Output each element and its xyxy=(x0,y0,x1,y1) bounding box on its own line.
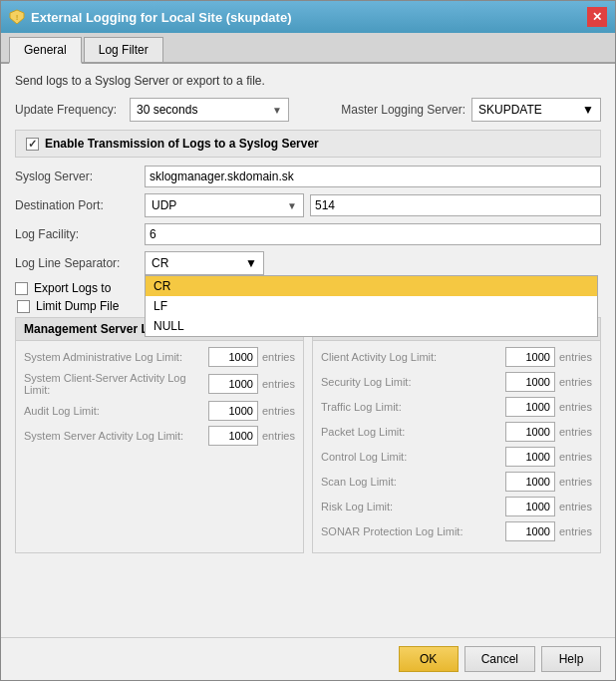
enable-transmission-row[interactable]: Enable Transmission of Logs to a Syslog … xyxy=(26,137,590,151)
server-activity-label: System Server Activity Log Limit: xyxy=(24,430,208,442)
control-input[interactable] xyxy=(505,447,555,467)
management-server-logs-panel: Management Server Logs System Administra… xyxy=(15,317,304,553)
client-server-unit: entries xyxy=(262,378,295,390)
tab-general[interactable]: General xyxy=(9,37,82,64)
update-frequency-select[interactable]: 30 seconds ▼ xyxy=(130,98,289,122)
scan-unit: entries xyxy=(559,476,592,488)
enable-transmission-section: Enable Transmission of Logs to a Syslog … xyxy=(15,130,601,158)
audit-input[interactable] xyxy=(208,401,258,421)
update-freq-value: 30 seconds xyxy=(137,103,197,117)
log-line-separator-select[interactable]: CR ▼ xyxy=(145,251,264,275)
scan-input[interactable] xyxy=(505,472,555,492)
log-facility-label: Log Facility: xyxy=(15,227,145,241)
enable-transmission-checkbox[interactable] xyxy=(26,138,39,151)
destination-port-row: Destination Port: UDP ▼ xyxy=(15,193,601,217)
client-logs-panel: Client Logs Client Activity Log Limit: e… xyxy=(312,317,601,553)
export-logs-checkbox[interactable] xyxy=(15,282,28,295)
risk-input[interactable] xyxy=(505,497,555,516)
limit-dump-checkbox[interactable] xyxy=(17,300,30,313)
packet-log-entry: Packet Log Limit: entries xyxy=(321,422,592,442)
syslog-server-input[interactable] xyxy=(145,166,601,187)
audit-label: Audit Log Limit: xyxy=(24,405,208,417)
log-line-separator-label: Log Line Separator: xyxy=(15,256,145,270)
log-entry-audit: Audit Log Limit: entries xyxy=(24,401,295,421)
sonar-input[interactable] xyxy=(505,521,555,541)
help-button[interactable]: Help xyxy=(541,646,601,672)
risk-label: Risk Log Limit: xyxy=(321,501,505,512)
security-unit: entries xyxy=(559,376,592,388)
footer: OK Cancel Help xyxy=(1,637,615,680)
syslog-server-row: Syslog Server: xyxy=(15,166,601,187)
export-logs-label: Export Logs to xyxy=(34,281,111,295)
port-input[interactable] xyxy=(310,194,601,216)
top-row: Update Frequency: 30 seconds ▼ Master Lo… xyxy=(15,98,601,122)
update-freq-label: Update Frequency: xyxy=(15,103,130,117)
server-activity-input[interactable] xyxy=(208,426,258,446)
master-logging-label: Master Logging Server: xyxy=(341,103,465,117)
dest-row: UDP ▼ xyxy=(145,193,601,217)
log-entry-server-activity: System Server Activity Log Limit: entrie… xyxy=(24,426,295,446)
control-log-entry: Control Log Limit: entries xyxy=(321,447,592,467)
security-input[interactable] xyxy=(505,372,555,392)
protocol-arrow: ▼ xyxy=(287,200,297,211)
master-logging-value: SKUPDATE xyxy=(478,103,542,117)
traffic-unit: entries xyxy=(559,401,592,413)
scan-log-entry: Scan Log Limit: entries xyxy=(321,472,592,492)
risk-unit: entries xyxy=(559,501,592,512)
sys-admin-label: System Administrative Log Limit: xyxy=(24,351,208,363)
scan-label: Scan Log Limit: xyxy=(321,476,505,488)
main-window: ! External Logging for Local Site (skupd… xyxy=(0,0,616,681)
log-facility-input[interactable] xyxy=(145,223,601,245)
control-label: Control Log Limit: xyxy=(321,451,505,463)
destination-port-label: Destination Port: xyxy=(15,198,145,212)
log-line-separator-value: CR xyxy=(152,256,168,270)
separator-dropdown: CR LF NULL xyxy=(145,275,598,337)
sys-admin-input[interactable] xyxy=(208,347,258,367)
client-activity-input[interactable] xyxy=(505,347,555,367)
protocol-value: UDP xyxy=(152,198,176,212)
sys-admin-unit: entries xyxy=(262,351,295,363)
tab-log-filter[interactable]: Log Filter xyxy=(84,37,163,62)
limit-dump-label: Limit Dump File xyxy=(36,299,119,313)
traffic-label: Traffic Log Limit: xyxy=(321,401,505,413)
protocol-select[interactable]: UDP ▼ xyxy=(145,193,304,217)
ok-button[interactable]: OK xyxy=(399,646,459,672)
client-server-label: System Client-Server Activity Log Limit: xyxy=(24,372,208,396)
titlebar-left: ! External Logging for Local Site (skupd… xyxy=(9,9,291,25)
logs-section: Management Server Logs System Administra… xyxy=(15,317,601,553)
enable-transmission-label: Enable Transmission of Logs to a Syslog … xyxy=(45,137,319,151)
packet-label: Packet Log Limit: xyxy=(321,426,505,438)
management-logs-body: System Administrative Log Limit: entries… xyxy=(16,341,303,457)
log-line-separator-row: Log Line Separator: CR ▼ CR LF NULL xyxy=(15,251,601,275)
cancel-button[interactable]: Cancel xyxy=(464,646,535,672)
content-area: Send logs to a Syslog Server or export t… xyxy=(1,64,615,637)
dropdown-option-null[interactable]: NULL xyxy=(146,316,597,336)
dropdown-option-cr[interactable]: CR xyxy=(146,276,597,296)
update-freq-arrow: ▼ xyxy=(272,105,282,116)
master-logging-select[interactable]: SKUPDATE ▼ xyxy=(471,98,601,122)
log-entry-client-server: System Client-Server Activity Log Limit:… xyxy=(24,372,295,396)
svg-text:!: ! xyxy=(16,13,19,22)
sonar-log-entry: SONAR Protection Log Limit: entries xyxy=(321,521,592,541)
close-button[interactable]: ✕ xyxy=(587,7,607,27)
risk-log-entry: Risk Log Limit: entries xyxy=(321,497,592,516)
security-label: Security Log Limit: xyxy=(321,376,505,388)
description-text: Send logs to a Syslog Server or export t… xyxy=(15,74,601,88)
tabs-bar: General Log Filter xyxy=(1,33,615,64)
traffic-input[interactable] xyxy=(505,397,555,417)
security-log-entry: Security Log Limit: entries xyxy=(321,372,592,392)
client-server-input[interactable] xyxy=(208,374,258,394)
packet-input[interactable] xyxy=(505,422,555,442)
client-logs-body: Client Activity Log Limit: entries Secur… xyxy=(313,341,600,552)
control-unit: entries xyxy=(559,451,592,463)
client-activity-entry: Client Activity Log Limit: entries xyxy=(321,347,592,367)
traffic-log-entry: Traffic Log Limit: entries xyxy=(321,397,592,417)
window-title: External Logging for Local Site (skupdat… xyxy=(31,10,291,25)
audit-unit: entries xyxy=(262,405,295,417)
sonar-unit: entries xyxy=(559,525,592,537)
dropdown-option-lf[interactable]: LF xyxy=(146,296,597,316)
client-activity-label: Client Activity Log Limit: xyxy=(321,351,505,363)
shield-icon: ! xyxy=(9,9,25,25)
syslog-server-label: Syslog Server: xyxy=(15,170,145,183)
titlebar: ! External Logging for Local Site (skupd… xyxy=(1,1,615,33)
